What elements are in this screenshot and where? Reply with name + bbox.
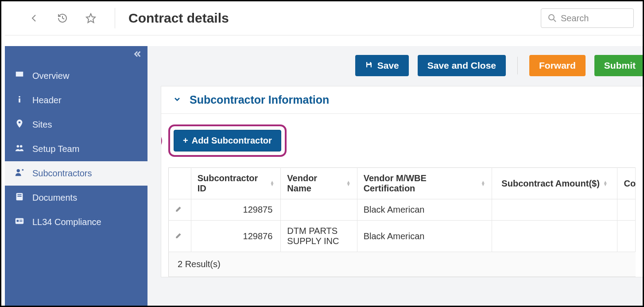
action-bar: Save Save and Close Forward Submit [147, 46, 643, 86]
save-icon [365, 60, 373, 71]
sidebar-item-label: Setup Team [32, 144, 79, 154]
add-subcontractor-highlight: 1 + Add Subcontractor [168, 124, 287, 157]
column-label: Vendor Name [287, 173, 342, 194]
cell-amount [492, 199, 617, 221]
back-icon[interactable] [28, 12, 40, 24]
subcontractor-panel: Subcontractor Information 1 + Add Subcon… [161, 86, 643, 277]
table-row: 129876 DTM PARTS SUPPLY INC Black Americ… [169, 221, 636, 252]
save-close-button[interactable]: Save and Close [418, 55, 506, 76]
plus-icon: + [183, 136, 188, 146]
svg-marker-0 [86, 14, 95, 23]
page-title: Contract details [128, 11, 229, 26]
forward-button[interactable]: Forward [529, 55, 586, 76]
sidebar-item-label: Header [32, 95, 62, 105]
sidebar-item-ll34[interactable]: LL34 Compliance [5, 210, 147, 234]
svg-rect-4 [19, 98, 20, 102]
chevron-down-icon [173, 95, 182, 105]
panel-header[interactable]: Subcontractor Information [161, 86, 643, 114]
panel-title: Subcontractor Information [190, 93, 329, 106]
svg-rect-16 [367, 62, 370, 64]
table-row: 129875 Black American [169, 199, 636, 221]
search-icon [546, 12, 559, 24]
cell-vendor [281, 199, 357, 221]
user-plus-icon [15, 167, 24, 179]
sort-icon: ▲▼ [481, 181, 485, 186]
svg-rect-13 [17, 220, 19, 222]
column-label: Subcontract Amount($) [501, 179, 599, 189]
sidebar-item-label: Overview [32, 71, 69, 81]
button-label: Save [377, 60, 399, 71]
column-mwbe-cert[interactable]: Vendor M/WBE Certification▲▼ [357, 168, 492, 199]
topbar-nav [28, 12, 97, 24]
save-button[interactable]: Save [355, 55, 409, 76]
sort-icon: ▲▼ [270, 181, 274, 186]
cell-extra [617, 199, 636, 221]
column-subcontractor-id[interactable]: Subcontractor ID▲▼ [191, 168, 281, 199]
pin-icon [15, 119, 24, 131]
svg-rect-17 [367, 65, 371, 67]
button-label: Add Subcontractor [192, 136, 272, 146]
add-subcontractor-button[interactable]: + Add Subcontractor [174, 130, 281, 152]
subcontractor-table: Subcontractor ID▲▼ Vendor Name▲▼ Vendor … [168, 167, 636, 277]
cell-amount [492, 221, 617, 252]
sidebar-item-overview[interactable]: Overview [5, 64, 147, 88]
cell-id: 129876 [191, 221, 281, 252]
edit-row-icon[interactable] [175, 231, 183, 241]
cell-cert: Black American [357, 221, 492, 252]
cell-cert: Black American [357, 199, 492, 221]
sidebar-item-label: Sites [32, 120, 52, 130]
button-label: Submit [604, 60, 636, 71]
sidebar-item-label: Documents [32, 193, 77, 203]
svg-rect-10 [17, 194, 21, 195]
svg-point-3 [19, 96, 20, 98]
button-label: Forward [539, 60, 576, 71]
svg-line-2 [554, 19, 556, 22]
sidebar-item-sites[interactable]: Sites [5, 113, 147, 137]
column-label: Co [624, 179, 636, 188]
main-content: Save Save and Close Forward Submit [147, 46, 643, 307]
monitor-icon [15, 70, 24, 82]
svg-point-8 [17, 169, 20, 172]
column-subcontract-amount[interactable]: Subcontract Amount($)▲▼ [492, 168, 617, 199]
submit-button[interactable]: Submit [594, 55, 643, 76]
cell-extra [617, 221, 636, 252]
divider [115, 8, 115, 28]
column-extra[interactable]: Co [617, 168, 636, 199]
top-bar: Contract details [1, 1, 643, 35]
divider [517, 57, 518, 74]
svg-point-6 [17, 145, 19, 148]
table-footer: 2 Result(s) [169, 252, 636, 277]
sidebar-item-subcontractors[interactable]: Subcontractors [5, 161, 147, 186]
svg-rect-11 [17, 196, 21, 197]
cell-vendor: DTM PARTS SUPPLY INC [281, 221, 357, 252]
svg-rect-15 [19, 221, 22, 222]
svg-point-5 [19, 121, 21, 124]
search-wrap [541, 8, 634, 28]
sort-icon: ▲▼ [346, 181, 351, 186]
column-label: Vendor M/WBE Certification [364, 173, 477, 194]
svg-point-7 [20, 145, 22, 148]
sidebar-item-header[interactable]: Header [5, 88, 147, 113]
sidebar-item-label: LL34 Compliance [32, 217, 101, 227]
edit-row-icon[interactable] [175, 205, 183, 214]
sidebar: Overview Header Sites Setup Team Subcont… [5, 46, 147, 307]
svg-point-1 [549, 15, 554, 20]
sidebar-item-documents[interactable]: Documents [5, 186, 147, 210]
sidebar-item-label: Subcontractors [32, 168, 92, 179]
column-vendor-name[interactable]: Vendor Name▲▼ [281, 168, 357, 199]
sidebar-collapse-icon[interactable] [132, 50, 142, 61]
column-label: Subcontractor ID [198, 173, 267, 194]
info-icon [15, 94, 24, 106]
column-edit [169, 168, 191, 199]
svg-rect-14 [19, 220, 22, 220]
sidebar-item-setup-team[interactable]: Setup Team [5, 137, 147, 161]
star-icon[interactable] [85, 12, 97, 24]
callout-badge: 1 [161, 132, 162, 150]
users-icon [15, 143, 24, 155]
sort-icon: ▲▼ [603, 181, 608, 186]
book-icon [15, 192, 24, 204]
card-icon [15, 216, 24, 228]
button-label: Save and Close [427, 60, 496, 71]
history-icon[interactable] [56, 12, 69, 24]
cell-id: 129875 [191, 199, 281, 221]
